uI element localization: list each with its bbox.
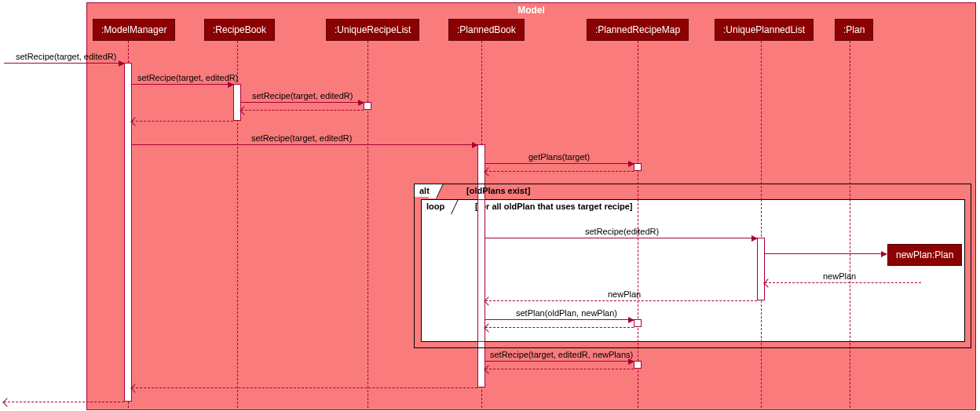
message-label: setRecipe(target, editedR, newPlans) [490, 350, 633, 359]
alt-guard: [oldPlans exist] [466, 186, 530, 195]
activation [634, 319, 642, 327]
participant-uniquerecipelist: :UniqueRecipeList [326, 19, 419, 41]
return-arrow [4, 402, 124, 402]
return-arrow [241, 110, 364, 111]
message-label: setRecipe(editedR) [585, 227, 659, 236]
return-arrow [132, 387, 477, 388]
activation [124, 63, 132, 402]
message-arrow [132, 84, 233, 85]
participant-newplan: newPlan:Plan [887, 244, 962, 266]
message-arrow [132, 144, 477, 145]
participant-modelmanager: :ModelManager [93, 19, 175, 41]
loop-guard: [for all oldPlan that uses target recipe… [475, 202, 633, 211]
return-arrow [765, 282, 921, 283]
lifeline [368, 41, 368, 408]
message-label: getPlans(target) [528, 152, 590, 162]
return-arrow [485, 369, 634, 369]
message-label: newPlan [608, 289, 641, 299]
participant-plan: :Plan [835, 19, 873, 41]
message-arrow [485, 238, 757, 238]
activation [364, 102, 371, 110]
participant-recipebook: :RecipeBook [204, 19, 275, 41]
message-label: setPlan(oldPlan, newPlan) [516, 308, 617, 318]
create-arrow [765, 253, 887, 254]
message-label: setRecipe(target, editedR) [137, 73, 238, 82]
participant-plannedrecipemap: :PlannedRecipeMap [587, 19, 689, 41]
activation [634, 361, 642, 369]
message-label: setRecipe(target, editedR) [252, 91, 353, 100]
activation [634, 163, 642, 171]
return-arrow [485, 300, 757, 301]
message-arrow [4, 63, 124, 64]
activation [233, 84, 241, 121]
participant-uniqueplannedlist: :UniquePlannedList [715, 19, 814, 41]
loop-fragment: loop [for all oldPlan that uses target r… [421, 199, 965, 342]
loop-label: loop [421, 199, 451, 213]
activation [757, 238, 765, 300]
message-label: newPlan [823, 271, 856, 281]
message-label: setRecipe(target, editedR) [251, 133, 352, 143]
activation [477, 199, 485, 342]
return-arrow [485, 171, 634, 172]
message-arrow [485, 319, 634, 320]
message-label: setRecipe(target, editedR) [16, 52, 116, 61]
alt-label: alt [414, 184, 436, 197]
lifeline [850, 199, 850, 342]
message-arrow [485, 163, 634, 164]
message-arrow [241, 102, 364, 103]
message-arrow [485, 361, 634, 362]
return-arrow [132, 121, 233, 122]
return-arrow [485, 327, 634, 328]
frame-title: Model [513, 3, 550, 17]
participant-plannedbook: :PlannedBook [448, 19, 525, 41]
